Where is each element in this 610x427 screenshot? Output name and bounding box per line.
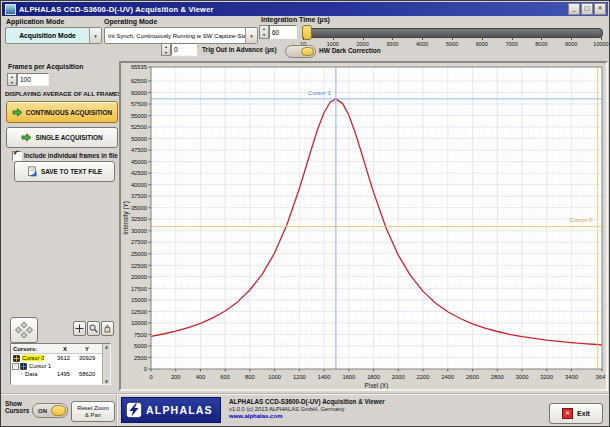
continuous-acquisition-button[interactable]: CONTINUOUS ACQUISITION (6, 101, 118, 123)
trig-out-spin-buttons[interactable]: ▴ ▾ (161, 43, 171, 56)
y-tick-label: 15000 (131, 297, 147, 303)
tree-collapse-icon[interactable]: − (12, 363, 19, 370)
spin-down-icon: ▾ (260, 32, 268, 38)
operating-mode-dropdown-button[interactable]: ▾ (245, 28, 257, 43)
integration-time-slider[interactable]: 1010002000300040005000600070008000900010… (299, 19, 605, 49)
minimize-button[interactable]: _ (568, 3, 580, 15)
application-mode-dropdown-button[interactable]: ▾ (89, 28, 101, 43)
x-tick-label: 1400 (318, 374, 331, 380)
cursor-name: Data (25, 371, 37, 377)
single-acquisition-button[interactable]: SINGLE ACQUISITION (6, 127, 118, 148)
footer-divider (1, 393, 610, 394)
cursor-legend-row[interactable]: Cursor 0361230929 (11, 354, 110, 362)
reset-zoom-pan-button[interactable]: Reset Zoom & Pan (71, 401, 115, 422)
slider-tick-label: 3000 (380, 41, 404, 47)
cursor-legend-header-x: X (63, 346, 67, 352)
y-tick-label: 40000 (131, 182, 147, 188)
toggle-knob (301, 47, 314, 56)
cursor-legend-row[interactable]: └Data149558620 (11, 370, 110, 378)
cursor-name: Cursor 1 (29, 363, 51, 369)
cursor-crosshair-icon (20, 363, 27, 370)
include-frames-checkbox[interactable]: ✔ (12, 151, 22, 161)
x-tick-label: 2800 (491, 374, 504, 380)
slider-tick-label: 7000 (500, 41, 524, 47)
green-arrow-icon (12, 108, 23, 117)
hw-dark-correction-toggle[interactable] (285, 45, 316, 58)
y-tick-label: 22500 (131, 263, 147, 269)
x-tick-label: 3400 (565, 374, 578, 380)
x-tick-label: 1800 (367, 374, 380, 380)
footer-vertical-divider (116, 394, 117, 427)
operating-mode-label: Operating Mode (104, 18, 157, 25)
single-acquisition-label: SINGLE ACQUISITION (35, 134, 102, 141)
x-tick-label: 1200 (293, 374, 306, 380)
cursor-name: Cursor 0 (22, 355, 44, 361)
slider-tick (422, 37, 423, 40)
x-tick-label: 0 (149, 374, 152, 380)
scroll-down-icon: ▼ (105, 379, 108, 384)
maximize-button[interactable]: □ (581, 3, 593, 15)
slider-tick-label: 6000 (470, 41, 494, 47)
y-tick-label: 30000 (131, 228, 147, 234)
tree-branch-line: └ (19, 371, 23, 377)
footer-version: v1.0.0 (c) 2013 ALPHALAS GmbH, Germany (229, 406, 344, 412)
integration-time-spinner[interactable]: ▴ ▾ 60 (259, 25, 297, 39)
y-tick-label: 62500 (131, 78, 147, 84)
operating-mode-value: Int Synch, Continuously Running w SW Cap… (105, 28, 245, 43)
y-tick-label: 45000 (131, 159, 147, 165)
show-cursors-toggle[interactable]: ON (32, 403, 68, 418)
y-tick-label: 17500 (131, 286, 147, 292)
cursor-y-value: 58620 (79, 371, 103, 377)
show-cursors-state: ON (33, 408, 47, 414)
pan-tool-button[interactable] (101, 321, 114, 336)
title-bar[interactable]: ALPHALAS CCD-S3600-D(-UV) Acquisition & … (2, 2, 608, 16)
green-arrow-icon (21, 133, 32, 142)
show-cursors-label: Show Cursors (5, 400, 31, 414)
operating-mode-select[interactable]: Int Synch, Continuously Running w SW Cap… (104, 27, 258, 44)
integration-time-value[interactable]: 60 (269, 25, 297, 39)
close-button[interactable]: ✕ (594, 3, 606, 15)
frames-per-acquisition-spinner[interactable]: ▴ ▾ 100 (7, 73, 49, 86)
cursor-tool-button[interactable] (73, 321, 86, 336)
slider-tick (452, 37, 453, 40)
y-tick-label: 12500 (131, 309, 147, 315)
y-tick-label: 55000 (131, 113, 147, 119)
y-tick-label: 25000 (131, 251, 147, 257)
x-tick-label: 3647 (596, 374, 606, 380)
slider-tick (541, 37, 542, 40)
frames-per-acquisition-value[interactable]: 100 (17, 73, 49, 86)
y-tick-label: 52500 (131, 124, 147, 130)
frames-spin-buttons[interactable]: ▴ ▾ (7, 73, 17, 86)
frames-per-acquisition-label: Frames per Acquisition (8, 63, 83, 70)
cursor-legend-header-name: Cursors: (13, 346, 37, 352)
zoom-tool-button[interactable] (87, 321, 100, 336)
alphalas-logo-text: ALPHALAS (146, 404, 213, 416)
display-average-note: DISPLAYING AVERAGE OF ALL FRAMES (5, 91, 122, 97)
y-tick-label: 37500 (131, 193, 147, 199)
cursor-x-value: 1495 (57, 371, 79, 377)
footer-website-link[interactable]: www.alphalas.com (229, 413, 282, 419)
x-tick-label: 800 (245, 374, 255, 380)
scroll-up-icon: ▲ (105, 344, 108, 349)
slider-tick (571, 37, 572, 40)
pan-diamond-button[interactable] (10, 317, 38, 343)
x-tick-label: 2600 (466, 374, 479, 380)
minimize-icon: _ (573, 4, 576, 11)
x-tick-label: 600 (220, 374, 230, 380)
x-tick-label: 200 (171, 374, 181, 380)
integration-time-spin-buttons[interactable]: ▴ ▾ (259, 25, 269, 39)
exit-x-icon: ✕ (562, 408, 573, 419)
trig-out-value[interactable]: 0 (171, 43, 197, 56)
cursor-legend-scrollbar[interactable]: ▲ ▼ (102, 344, 110, 384)
cursor-legend-row[interactable]: − Cursor 1 (11, 362, 110, 370)
trig-out-spinner[interactable]: ▴ ▾ 0 (161, 43, 197, 56)
application-mode-select[interactable]: Acquisition Mode ▾ (5, 27, 102, 44)
intensity-plot[interactable]: Cursor 0Cursor 1020040060080010001200140… (121, 63, 606, 389)
y-tick-label: 7500 (134, 332, 147, 338)
application-mode-label: Application Mode (6, 18, 64, 25)
save-to-text-file-button[interactable]: SAVE TO TEXT FILE (14, 161, 115, 182)
cursor-y-value: 30929 (79, 355, 103, 361)
exit-button[interactable]: ✕ Exit (549, 403, 603, 424)
cursor-legend[interactable]: Cursors: X Y Cursor 0361230929− Cursor 1… (10, 343, 111, 385)
cursor-1-label: Cursor 1 (308, 90, 332, 96)
